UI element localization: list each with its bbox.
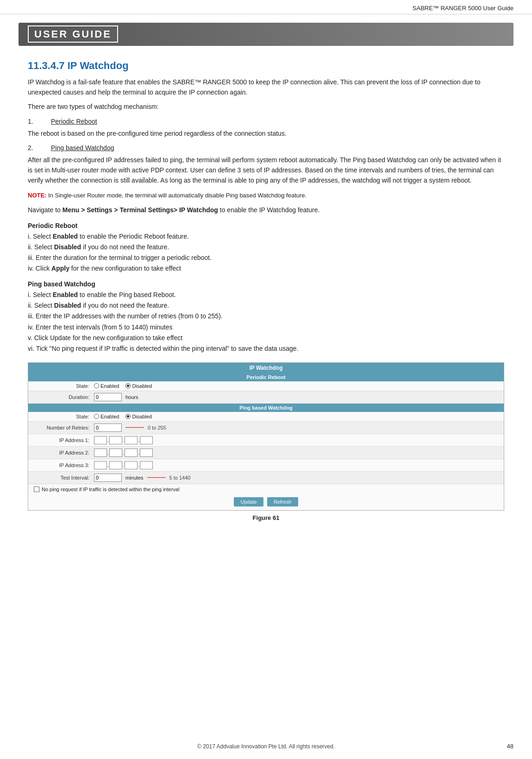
header-title: SABRE™ RANGER 5000 User Guide	[413, 5, 513, 12]
ui-retries-row: Number of Retries: 0 to 255	[28, 422, 504, 434]
type2-label: Ping based Watchdog	[51, 143, 114, 153]
ui-ip1-octet4[interactable]	[140, 436, 153, 444]
ui-ip3-content: . . .	[94, 461, 153, 469]
ui-ip2-label: IP Address 2:	[34, 450, 94, 455]
ping-step-v: v. Click Update for the new configuratio…	[28, 333, 504, 343]
ui-duration-input[interactable]	[94, 393, 122, 401]
ping-step-iv: iv. Enter the test intervals (from 5 to …	[28, 322, 504, 333]
section-title: 11.3.4.7 IP Watchdog	[28, 60, 504, 72]
interval-arrow-line	[147, 477, 166, 478]
ui-ping-state-content: Enabled Disabled	[94, 414, 152, 419]
type1-item: 1. Periodic Reboot	[28, 117, 504, 127]
ui-interval-label: Test Interval:	[34, 475, 94, 481]
ui-retries-input[interactable]	[94, 424, 122, 432]
ui-interval-content: minutes 5 to 1440	[94, 474, 190, 482]
ui-ip3-label: IP Address 3:	[34, 462, 94, 468]
periodic-disabled-label: Disabled	[132, 383, 152, 389]
ui-periodic-disabled-radio[interactable]: Disabled	[125, 383, 152, 389]
page-number: 48	[507, 743, 513, 750]
ui-ip3-octet1[interactable]	[94, 461, 107, 469]
ui-interval-minutes: minutes	[125, 475, 144, 481]
intro-para-2: There are two types of watchdog mechanis…	[28, 102, 504, 112]
type2-item: 2. Ping based Watchdog	[28, 143, 504, 153]
ui-refresh-button[interactable]: Refresh	[267, 497, 298, 506]
ui-periodic-state-row: State: Enabled Disabled	[28, 381, 504, 391]
type1-label: Periodic Reboot	[51, 117, 97, 127]
ui-periodic-state-label: State:	[34, 383, 94, 389]
ui-retries-label: Number of Retries:	[34, 425, 94, 430]
periodic-step-iii: iii. Enter the duration for the terminal…	[28, 253, 504, 263]
note-text: In Single-user Router mode, the terminal…	[48, 192, 307, 199]
ui-interval-hint: 5 to 1440	[169, 475, 191, 481]
ui-duration-row: Duration: hours	[28, 391, 504, 404]
ui-retries-hint: 0 to 255	[148, 425, 166, 430]
ping-heading: Ping based Watchdog	[28, 280, 504, 288]
periodic-step-ii: ii. Select Disabled if you do not need t…	[28, 242, 504, 253]
ui-no-ping-checkbox[interactable]	[34, 487, 39, 492]
ui-ping-radio-group: Enabled Disabled	[94, 414, 152, 419]
ping-disabled-radio-button[interactable]	[125, 414, 131, 419]
ui-ping-state-row: State: Enabled Disabled	[28, 412, 504, 422]
ui-ping-disabled-radio[interactable]: Disabled	[125, 414, 152, 419]
ping-enabled-radio-button[interactable]	[94, 414, 99, 419]
periodic-step-iv: iv. Click Apply for the new configuratio…	[28, 263, 504, 274]
type1-desc: The reboot is based on the pre-configure…	[28, 129, 504, 139]
periodic-disabled-radio-button[interactable]	[125, 383, 131, 388]
ui-ip1-content: . . .	[94, 436, 153, 444]
ui-ping-section-bar: Ping based Watchdog	[28, 404, 504, 412]
ui-ping-enabled-radio[interactable]: Enabled	[94, 414, 119, 419]
ui-ip3-octet4[interactable]	[140, 461, 153, 469]
type1-num: 1.	[28, 117, 51, 127]
ui-interval-input[interactable]	[94, 474, 122, 482]
note-label: NOTE:	[28, 192, 46, 199]
ping-step-i: i. Select Enabled to enable the Ping bas…	[28, 290, 504, 300]
ui-ip3-octet2[interactable]	[109, 461, 122, 469]
ui-periodic-enabled-radio[interactable]: Enabled	[94, 383, 119, 389]
ping-enabled-label: Enabled	[100, 414, 119, 419]
ui-button-row: Update Refresh	[28, 494, 504, 510]
ui-checkbox-row: No ping request if IP traffic is detecte…	[28, 484, 504, 494]
ui-periodic-radio-group: Enabled Disabled	[94, 383, 152, 389]
ui-ip1-octet2[interactable]	[109, 436, 122, 444]
ui-duration-label: Duration:	[34, 394, 94, 400]
periodic-enabled-label: Enabled	[100, 383, 119, 389]
page-header: SABRE™ RANGER 5000 User Guide	[0, 0, 532, 14]
periodic-instructions: i. Select Enabled to enable the Periodic…	[28, 231, 504, 274]
nav-instruction: Navigate to Menu > Settings > Terminal S…	[28, 205, 504, 215]
nav-menu-path: Menu > Settings > Terminal Settings> IP …	[63, 206, 218, 214]
ui-periodic-state-content: Enabled Disabled	[94, 383, 152, 389]
ui-ip2-octet3[interactable]	[125, 449, 138, 457]
ui-ip2-content: . . .	[94, 449, 153, 457]
ping-step-vi: vi. Tick "No ping request if IP traffic …	[28, 343, 504, 354]
ping-step-iii: iii. Enter the IP addresses with the num…	[28, 311, 504, 322]
periodic-enabled-radio-button[interactable]	[94, 383, 99, 388]
ui-retries-content: 0 to 255	[94, 424, 166, 432]
ui-periodic-section-bar: Periodic Reboot	[28, 373, 504, 381]
ping-instructions: i. Select Enabled to enable the Ping bas…	[28, 290, 504, 354]
ui-ping-state-label: State:	[34, 414, 94, 419]
ui-ip1-row: IP Address 1: . . .	[28, 434, 504, 447]
ui-ip3-octet3[interactable]	[125, 461, 138, 469]
ui-interval-row: Test Interval: minutes 5 to 1440	[28, 472, 504, 484]
ui-ip1-octet3[interactable]	[125, 436, 138, 444]
periodic-heading: Periodic Reboot	[28, 222, 504, 229]
retries-arrow-line	[125, 427, 144, 428]
banner-text: USER GUIDE	[28, 25, 118, 43]
ui-update-button[interactable]: Update	[234, 497, 263, 506]
ui-duration-content: hours	[94, 393, 138, 401]
intro-para-1: IP Watchdog is a fail-safe feature that …	[28, 77, 504, 97]
copyright-text: © 2017 Addvalue Innovation Pte Ltd. All …	[197, 743, 335, 750]
ui-ip2-row: IP Address 2: . . .	[28, 447, 504, 459]
ui-ip1-octet1[interactable]	[94, 436, 107, 444]
page-footer: © 2017 Addvalue Innovation Pte Ltd. All …	[0, 743, 532, 750]
ui-title-bar: IP Watchdog	[28, 363, 504, 373]
ui-ip2-octet2[interactable]	[109, 449, 122, 457]
ui-ip2-octet4[interactable]	[140, 449, 153, 457]
type2-num: 2.	[28, 143, 51, 153]
ui-ip2-octet1[interactable]	[94, 449, 107, 457]
user-guide-banner: USER GUIDE	[19, 23, 513, 46]
type2-desc: After all the pre-configured IP addresse…	[28, 155, 504, 185]
ui-duration-hours: hours	[125, 394, 138, 400]
note-block: NOTE: In Single-user Router mode, the te…	[28, 192, 504, 199]
ping-disabled-label: Disabled	[132, 414, 152, 419]
